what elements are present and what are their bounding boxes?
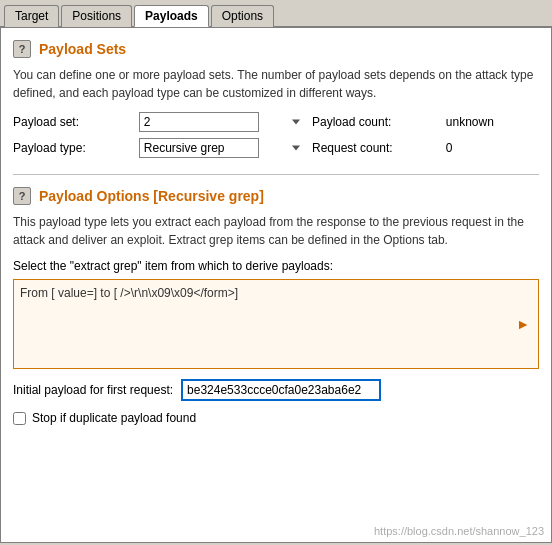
stop-duplicate-label[interactable]: Stop if duplicate payload found xyxy=(32,411,196,425)
payload-options-help-icon[interactable]: ? xyxy=(13,187,31,205)
payload-options-header: ? Payload Options [Recursive grep] xyxy=(13,187,539,205)
payload-set-select-wrapper: 1 2 3 xyxy=(139,112,304,132)
stop-duplicate-checkbox[interactable] xyxy=(13,412,26,425)
stop-duplicate-row: Stop if duplicate payload found xyxy=(13,411,539,425)
section-divider xyxy=(13,174,539,175)
extract-box-text: From [ value=] to [ />\r\n\x09\x09</form… xyxy=(20,286,238,300)
payload-set-select-arrow xyxy=(292,120,300,125)
payload-count-value: unknown xyxy=(446,115,539,129)
payload-count-label: Payload count: xyxy=(312,115,438,129)
tab-target[interactable]: Target xyxy=(4,5,59,27)
main-content: ? Payload Sets You can define one or mor… xyxy=(0,28,552,543)
tab-payloads[interactable]: Payloads xyxy=(134,5,209,27)
payload-options-section: ? Payload Options [Recursive grep] This … xyxy=(13,187,539,425)
payload-type-select-wrapper: Recursive grep Simple list Runtime file … xyxy=(139,138,304,158)
payload-sets-help-icon[interactable]: ? xyxy=(13,40,31,58)
payload-set-label: Payload set: xyxy=(13,115,131,129)
initial-payload-label: Initial payload for first request: xyxy=(13,383,173,397)
payload-sets-section: ? Payload Sets You can define one or mor… xyxy=(13,40,539,158)
extract-label: Select the "extract grep" item from whic… xyxy=(13,259,539,273)
tab-bar: Target Positions Payloads Options xyxy=(0,0,552,28)
payload-options-title: Payload Options [Recursive grep] xyxy=(39,188,264,204)
request-count-label: Request count: xyxy=(312,141,438,155)
payload-type-select-arrow xyxy=(292,146,300,151)
payload-type-select[interactable]: Recursive grep Simple list Runtime file … xyxy=(139,138,259,158)
payload-sets-header: ? Payload Sets xyxy=(13,40,539,58)
initial-payload-input[interactable] xyxy=(181,379,381,401)
payload-type-label: Payload type: xyxy=(13,141,131,155)
initial-payload-row: Initial payload for first request: xyxy=(13,379,539,401)
tab-options[interactable]: Options xyxy=(211,5,274,27)
extract-box[interactable]: From [ value=] to [ />\r\n\x09\x09</form… xyxy=(13,279,539,369)
request-count-value: 0 xyxy=(446,141,539,155)
payload-sets-title: Payload Sets xyxy=(39,41,126,57)
extract-arrow-icon: ► xyxy=(516,316,530,332)
payload-set-select[interactable]: 1 2 3 xyxy=(139,112,259,132)
payload-options-description: This payload type lets you extract each … xyxy=(13,213,539,249)
tab-positions[interactable]: Positions xyxy=(61,5,132,27)
payload-sets-form: Payload set: 1 2 3 Payload count: unknow… xyxy=(13,112,539,158)
watermark: https://blog.csdn.net/shannow_123 xyxy=(374,525,544,537)
payload-sets-description: You can define one or more payload sets.… xyxy=(13,66,539,102)
